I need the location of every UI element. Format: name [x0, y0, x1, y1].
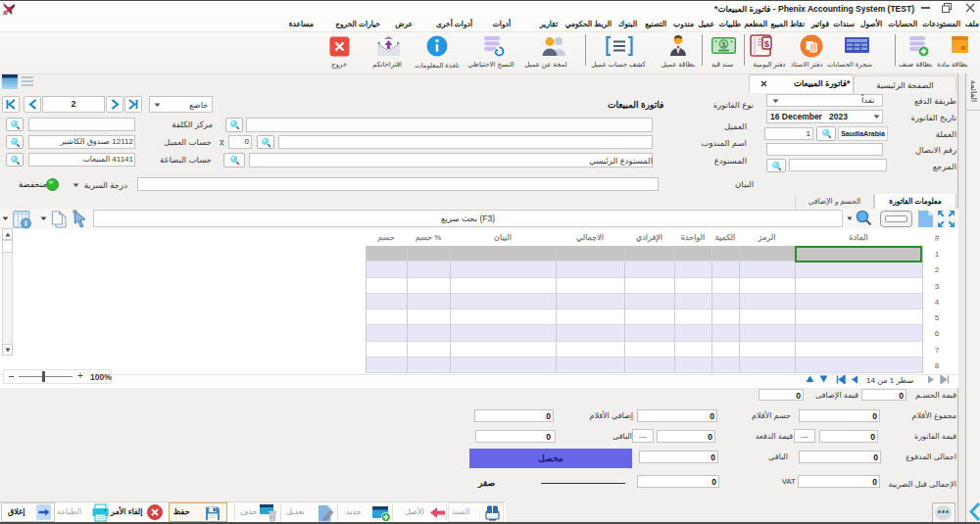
- svg-text:$: $: [764, 39, 769, 49]
